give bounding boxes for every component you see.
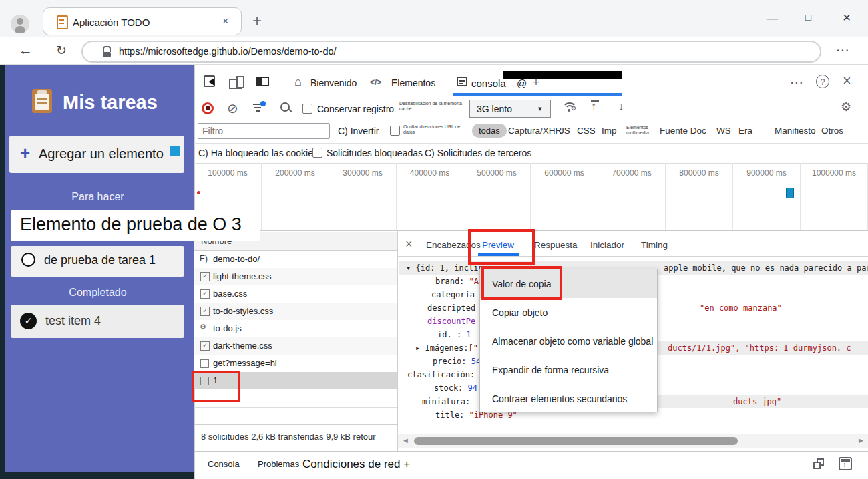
request-name: dark-theme.css [213, 341, 272, 351]
item-checked-circle[interactable]: ✓ [20, 313, 37, 329]
filter-pill-xhr[interactable]: Captura/XHR [508, 126, 562, 136]
timeline-label: 700000 ms [598, 168, 665, 178]
url-field[interactable]: https://microsoftedge.github.io/Demos/de… [81, 41, 821, 63]
bring-to-front-icon[interactable] [813, 458, 825, 470]
tab-initiator[interactable]: Iniciador [590, 240, 624, 250]
window-close-button[interactable]: × [843, 9, 851, 25]
preview-line[interactable]: categoría [431, 290, 475, 303]
throttling-select[interactable]: 3G lento ▾ [469, 100, 551, 118]
new-tab-button[interactable]: + [252, 11, 262, 30]
request-row[interactable]: ✓ to-do-styles.css [194, 303, 397, 320]
blocked-requests-checkbox[interactable] [312, 148, 322, 158]
menu-item-expand-recursive[interactable]: Expandir de forma recursiva [480, 355, 657, 384]
back-button[interactable]: ← [19, 42, 33, 58]
filter-pill-img[interactable]: Imp [602, 126, 617, 136]
timeline-request-block[interactable] [786, 188, 794, 198]
filter-pill-other[interactable]: Otros [821, 126, 843, 136]
drawer-tab-console[interactable]: Consola [208, 459, 240, 469]
filter-pill-media[interactable]: Elementos multimedia [626, 125, 654, 136]
browser-menu-icon[interactable]: ⋯ [836, 42, 849, 58]
preview-line[interactable]: clasificación: 4. [407, 370, 489, 383]
devtools-more-icon[interactable]: ⋯ [790, 74, 803, 90]
filter-pill-manifest[interactable]: Manifiesto [775, 126, 816, 136]
item-checkbox-circle[interactable] [21, 253, 35, 267]
request-row[interactable]: E) demo-to-do/ [194, 251, 397, 268]
collapse-arrow-icon[interactable]: ▸ [415, 343, 420, 353]
scroll-left-arrow[interactable]: ◄ [402, 436, 409, 444]
window-minimize-button[interactable]: — [767, 12, 778, 25]
tab-headers[interactable]: Encabezados [426, 240, 481, 250]
scroll-right-arrow[interactable]: ► [857, 436, 865, 444]
import-har-icon[interactable]: ↑ [590, 100, 601, 114]
menu-item-copy-value[interactable]: Valor de copia [480, 269, 657, 298]
menu-item-copy-object[interactable]: Copiar objeto [480, 298, 657, 327]
tab-timing[interactable]: Timing [641, 240, 668, 250]
window-maximize-button[interactable]: □ [805, 11, 811, 23]
preview-line[interactable]: id. : 1 [437, 330, 471, 343]
menu-item-store-global[interactable]: Almacenar objeto como variable global [480, 327, 657, 355]
add-item-button[interactable]: + Agregar un elemento [9, 136, 184, 173]
clear-icon[interactable]: ⊘ [227, 100, 238, 116]
menu-item-collapse-children[interactable]: Contraer elementos secundarios [480, 384, 657, 413]
filter-toggle-icon[interactable] [253, 104, 266, 113]
settings-gear-icon[interactable]: ⚙ [841, 100, 851, 114]
preview-line[interactable]: descripted [427, 303, 475, 317]
help-icon[interactable]: ? [816, 75, 829, 88]
inspect-icon[interactable] [204, 74, 218, 89]
reload-button[interactable]: ↻ [56, 43, 67, 58]
expand-arrow-icon[interactable]: ▾ [406, 263, 411, 273]
record-button[interactable] [202, 102, 214, 114]
filter-pill-wasm[interactable]: Era [738, 126, 752, 136]
tab-welcome[interactable]: Bienvenido [310, 77, 357, 88]
drawer-tab-network-conditions[interactable]: Condiciones de red + [302, 458, 410, 471]
request-row[interactable]: get?message=hi [194, 355, 397, 372]
search-icon[interactable] [280, 102, 292, 114]
filter-pill-ws[interactable]: WS [716, 126, 731, 136]
timeline-label: 800000 ms [666, 168, 732, 178]
export-har-icon[interactable]: ↓ [618, 100, 624, 114]
horizontal-scrollbar[interactable]: ◄ ► [398, 434, 868, 448]
preview-line[interactable]: brand: "AF [435, 277, 483, 290]
expand-drawer-icon[interactable]: ↑ [839, 457, 852, 470]
request-row[interactable]: ✓ dark-theme.css [194, 337, 397, 355]
todo-item-open[interactable]: de prueba de tarea 1 [11, 246, 184, 277]
lock-icon [103, 46, 111, 57]
browser-tab[interactable]: Aplicación TODO × [43, 7, 242, 35]
invert-filter-checkbox[interactable] [390, 126, 400, 136]
profile-avatar[interactable] [11, 15, 29, 33]
todo-item-done[interactable]: ✓ test item 4 [11, 305, 184, 338]
preserve-log-checkbox[interactable] [302, 104, 312, 114]
filter-pill-font-doc[interactable]: Fuente Doc [660, 126, 706, 136]
request-row[interactable]: ✓ light-theme.css [194, 268, 397, 285]
tab-console[interactable]: consola [471, 77, 506, 89]
devtools-tabbar-border [194, 96, 868, 96]
filter-pill-css[interactable]: CSS [577, 126, 596, 136]
dock-side-icon[interactable] [256, 77, 269, 86]
preview-key: discountPe [427, 317, 475, 326]
tab-close-icon[interactable]: × [222, 15, 228, 27]
tab-preview[interactable]: Preview [482, 240, 514, 250]
request-row[interactable]: ⚙ to-do.js [194, 320, 397, 337]
filter-pill-js[interactable]: JS [560, 126, 570, 136]
request-row-selected[interactable]: 1 [194, 372, 397, 389]
drawer-tab-problems[interactable]: Problemas [258, 459, 299, 469]
request-name: light-theme.css [213, 271, 271, 281]
preview-line[interactable]: miniatura: [422, 397, 470, 410]
preview-line[interactable]: precio: 54E [433, 357, 485, 370]
detail-close-icon[interactable]: × [405, 237, 413, 251]
tab-response[interactable]: Respuesta [534, 240, 578, 250]
preview-line[interactable]: ▸ Imágenes:[" [415, 343, 478, 357]
device-toolbar-icon[interactable] [229, 74, 245, 89]
filter-input[interactable] [198, 123, 330, 139]
todo-item-big[interactable]: Elemento de prueba de O 3 [11, 210, 260, 241]
requests-divider[interactable] [397, 230, 398, 451]
todo-section-label: Para hacer [5, 191, 190, 203]
preview-line[interactable]: discountPe [427, 317, 475, 330]
preview-line[interactable]: stock: 94 [434, 383, 477, 397]
filter-pill-all[interactable]: todas [472, 124, 507, 138]
request-row[interactable]: ✓ base.css [194, 285, 397, 303]
network-conditions-icon[interactable]: ⚙ [562, 100, 578, 115]
devtools-close-icon[interactable]: × [843, 72, 851, 90]
scrollbar-thumb[interactable] [414, 437, 738, 445]
tab-elements[interactable]: Elementos [391, 77, 435, 88]
